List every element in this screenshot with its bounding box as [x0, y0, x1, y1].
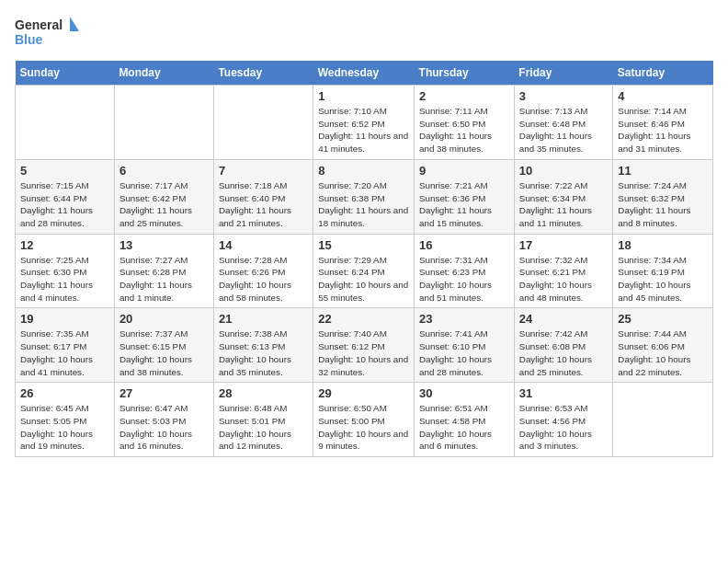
day-number: 17 [519, 238, 609, 252]
day-number: 12 [20, 238, 109, 252]
page-header: General Blue [15, 15, 713, 52]
calendar-cell [213, 86, 313, 160]
calendar-cell: 8Sunrise: 7:20 AM Sunset: 6:38 PM Daylig… [313, 159, 415, 234]
day-info: Sunrise: 6:45 AM Sunset: 5:05 PM Dayligh… [20, 402, 109, 453]
day-number: 13 [119, 238, 209, 252]
calendar-cell: 19Sunrise: 7:35 AM Sunset: 6:17 PM Dayli… [16, 308, 115, 383]
calendar-cell: 11Sunrise: 7:24 AM Sunset: 6:32 PM Dayli… [613, 159, 713, 234]
calendar-cell: 1Sunrise: 7:10 AM Sunset: 6:52 PM Daylig… [313, 86, 415, 160]
day-info: Sunrise: 7:35 AM Sunset: 6:17 PM Dayligh… [20, 327, 109, 378]
calendar-cell: 12Sunrise: 7:25 AM Sunset: 6:30 PM Dayli… [16, 234, 115, 308]
calendar-table: SundayMondayTuesdayWednesdayThursdayFrid… [15, 61, 713, 457]
header-row: SundayMondayTuesdayWednesdayThursdayFrid… [16, 61, 713, 86]
day-header-tuesday: Tuesday [213, 61, 313, 86]
calendar-cell: 16Sunrise: 7:31 AM Sunset: 6:23 PM Dayli… [415, 234, 515, 308]
day-header-sunday: Sunday [16, 61, 115, 86]
calendar-cell: 6Sunrise: 7:17 AM Sunset: 6:42 PM Daylig… [114, 159, 213, 234]
svg-text:Blue: Blue [15, 32, 43, 47]
day-info: Sunrise: 7:17 AM Sunset: 6:42 PM Dayligh… [119, 179, 209, 230]
calendar-cell: 15Sunrise: 7:29 AM Sunset: 6:24 PM Dayli… [313, 234, 415, 308]
day-number: 2 [419, 89, 509, 103]
calendar-cell: 14Sunrise: 7:28 AM Sunset: 6:26 PM Dayli… [213, 234, 313, 308]
day-info: Sunrise: 7:44 AM Sunset: 6:06 PM Dayligh… [618, 327, 708, 378]
day-info: Sunrise: 7:25 AM Sunset: 6:30 PM Dayligh… [20, 254, 109, 304]
calendar-cell: 9Sunrise: 7:21 AM Sunset: 6:36 PM Daylig… [415, 159, 515, 234]
calendar-week-2: 5Sunrise: 7:15 AM Sunset: 6:44 PM Daylig… [16, 159, 713, 234]
day-info: Sunrise: 6:47 AM Sunset: 5:03 PM Dayligh… [119, 402, 209, 453]
calendar-week-4: 19Sunrise: 7:35 AM Sunset: 6:17 PM Dayli… [16, 308, 713, 383]
day-info: Sunrise: 7:28 AM Sunset: 6:26 PM Dayligh… [219, 254, 308, 304]
day-info: Sunrise: 7:40 AM Sunset: 6:12 PM Dayligh… [318, 327, 409, 378]
calendar-week-1: 1Sunrise: 7:10 AM Sunset: 6:52 PM Daylig… [16, 86, 713, 160]
day-info: Sunrise: 7:38 AM Sunset: 6:13 PM Dayligh… [219, 327, 308, 378]
day-number: 9 [419, 164, 509, 178]
day-number: 22 [318, 312, 409, 326]
calendar-cell [16, 86, 115, 160]
day-info: Sunrise: 7:27 AM Sunset: 6:28 PM Dayligh… [119, 254, 209, 304]
svg-marker-2 [70, 17, 79, 31]
day-header-friday: Friday [514, 61, 613, 86]
svg-text:General: General [15, 17, 63, 32]
day-header-saturday: Saturday [613, 61, 713, 86]
day-number: 5 [20, 164, 109, 178]
calendar-cell: 24Sunrise: 7:42 AM Sunset: 6:08 PM Dayli… [514, 308, 613, 383]
day-number: 7 [219, 164, 308, 178]
day-info: Sunrise: 7:41 AM Sunset: 6:10 PM Dayligh… [419, 327, 509, 378]
day-number: 24 [519, 312, 609, 326]
day-number: 21 [219, 312, 308, 326]
calendar-cell: 26Sunrise: 6:45 AM Sunset: 5:05 PM Dayli… [16, 383, 115, 457]
day-info: Sunrise: 7:18 AM Sunset: 6:40 PM Dayligh… [219, 179, 308, 230]
day-info: Sunrise: 6:51 AM Sunset: 4:58 PM Dayligh… [419, 402, 509, 453]
calendar-cell: 22Sunrise: 7:40 AM Sunset: 6:12 PM Dayli… [313, 308, 415, 383]
calendar-cell: 10Sunrise: 7:22 AM Sunset: 6:34 PM Dayli… [514, 159, 613, 234]
day-number: 29 [318, 386, 409, 400]
calendar-week-5: 26Sunrise: 6:45 AM Sunset: 5:05 PM Dayli… [16, 383, 713, 457]
calendar-cell: 23Sunrise: 7:41 AM Sunset: 6:10 PM Dayli… [415, 308, 515, 383]
calendar-cell: 4Sunrise: 7:14 AM Sunset: 6:46 PM Daylig… [613, 86, 713, 160]
day-number: 4 [618, 89, 708, 103]
calendar-cell [114, 86, 213, 160]
day-number: 20 [119, 312, 209, 326]
day-number: 28 [219, 386, 308, 400]
calendar-cell: 27Sunrise: 6:47 AM Sunset: 5:03 PM Dayli… [114, 383, 213, 457]
day-header-monday: Monday [114, 61, 213, 86]
calendar-cell: 7Sunrise: 7:18 AM Sunset: 6:40 PM Daylig… [213, 159, 313, 234]
calendar-cell: 2Sunrise: 7:11 AM Sunset: 6:50 PM Daylig… [415, 86, 515, 160]
day-number: 25 [618, 312, 708, 326]
calendar-cell: 17Sunrise: 7:32 AM Sunset: 6:21 PM Dayli… [514, 234, 613, 308]
day-info: Sunrise: 7:37 AM Sunset: 6:15 PM Dayligh… [119, 327, 209, 378]
calendar-cell: 29Sunrise: 6:50 AM Sunset: 5:00 PM Dayli… [313, 383, 415, 457]
day-info: Sunrise: 7:21 AM Sunset: 6:36 PM Dayligh… [419, 179, 509, 230]
day-number: 18 [618, 238, 708, 252]
day-number: 23 [419, 312, 509, 326]
calendar-cell: 5Sunrise: 7:15 AM Sunset: 6:44 PM Daylig… [16, 159, 115, 234]
day-number: 30 [419, 386, 509, 400]
calendar-cell: 18Sunrise: 7:34 AM Sunset: 6:19 PM Dayli… [613, 234, 713, 308]
day-number: 6 [119, 164, 209, 178]
day-header-wednesday: Wednesday [313, 61, 415, 86]
day-number: 19 [20, 312, 109, 326]
day-number: 31 [519, 386, 609, 400]
calendar-cell: 31Sunrise: 6:53 AM Sunset: 4:56 PM Dayli… [514, 383, 613, 457]
day-info: Sunrise: 7:14 AM Sunset: 6:46 PM Dayligh… [618, 105, 708, 155]
day-header-thursday: Thursday [415, 61, 515, 86]
day-info: Sunrise: 7:29 AM Sunset: 6:24 PM Dayligh… [318, 254, 409, 304]
day-number: 8 [318, 164, 409, 178]
calendar-cell: 30Sunrise: 6:51 AM Sunset: 4:58 PM Dayli… [415, 383, 515, 457]
calendar-cell: 13Sunrise: 7:27 AM Sunset: 6:28 PM Dayli… [114, 234, 213, 308]
day-info: Sunrise: 7:24 AM Sunset: 6:32 PM Dayligh… [618, 179, 708, 230]
day-info: Sunrise: 7:13 AM Sunset: 6:48 PM Dayligh… [519, 105, 609, 155]
calendar-week-3: 12Sunrise: 7:25 AM Sunset: 6:30 PM Dayli… [16, 234, 713, 308]
day-number: 14 [219, 238, 308, 252]
day-number: 16 [419, 238, 509, 252]
day-info: Sunrise: 7:31 AM Sunset: 6:23 PM Dayligh… [419, 254, 509, 304]
day-info: Sunrise: 7:20 AM Sunset: 6:38 PM Dayligh… [318, 179, 409, 230]
calendar-cell: 21Sunrise: 7:38 AM Sunset: 6:13 PM Dayli… [213, 308, 313, 383]
calendar-cell: 25Sunrise: 7:44 AM Sunset: 6:06 PM Dayli… [613, 308, 713, 383]
logo-svg: General Blue [15, 15, 79, 52]
calendar-cell: 3Sunrise: 7:13 AM Sunset: 6:48 PM Daylig… [514, 86, 613, 160]
day-info: Sunrise: 7:42 AM Sunset: 6:08 PM Dayligh… [519, 327, 609, 378]
day-info: Sunrise: 7:15 AM Sunset: 6:44 PM Dayligh… [20, 179, 109, 230]
calendar-cell [613, 383, 713, 457]
day-info: Sunrise: 7:11 AM Sunset: 6:50 PM Dayligh… [419, 105, 509, 155]
